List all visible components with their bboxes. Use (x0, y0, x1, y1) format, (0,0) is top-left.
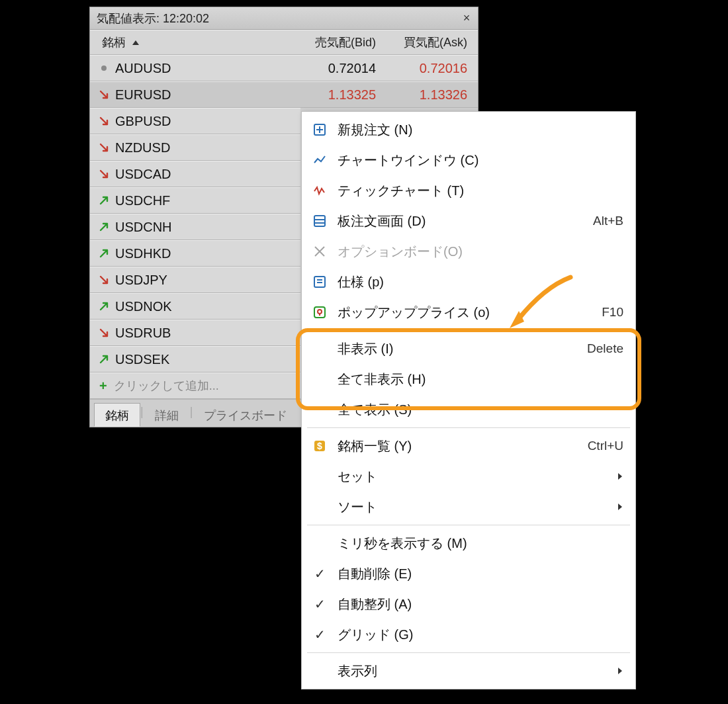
table-row[interactable]: USDCNH (90, 214, 300, 240)
menu-item-label: 表示列 (338, 662, 617, 680)
menu-item[interactable]: ✓自動整列 (A) (302, 589, 635, 619)
menu-item[interactable]: ミリ秒を表示する (M) (302, 528, 635, 558)
arrow-down-icon (99, 143, 109, 152)
title-bar[interactable]: 気配値表示: 12:20:02 × (90, 7, 478, 30)
plus-icon: + (99, 378, 107, 394)
submenu-arrow-icon (617, 469, 623, 484)
arrow-down-icon (99, 328, 109, 337)
menu-item-label: ミリ秒を表示する (M) (338, 535, 623, 552)
menu-item[interactable]: 表示列 (302, 656, 635, 686)
menu-item[interactable]: 全て表示 (S) (302, 394, 635, 425)
table-row[interactable]: EURUSD1.133251.13326 (90, 81, 478, 108)
sort-ascending-icon (132, 40, 139, 45)
table-row[interactable]: AUDUSD0.720140.72016 (90, 55, 478, 81)
table-row[interactable]: USDRUB (90, 320, 300, 346)
col-ask-label: 買気配(Ask) (384, 34, 478, 50)
menu-item[interactable]: ソート (302, 492, 635, 522)
popup-icon (311, 304, 328, 321)
menu-item[interactable]: 全て非表示 (H) (302, 364, 635, 394)
symbol-name: AUDUSD (115, 61, 171, 76)
bid-price: 0.72014 (289, 61, 384, 76)
accelerator-label: Ctrl+U (588, 439, 623, 453)
accelerator-label: F10 (602, 305, 623, 320)
arrow-down-icon (99, 275, 109, 285)
table-row[interactable]: NZDUSD (90, 134, 300, 161)
menu-item[interactable]: ✓自動削除 (E) (302, 558, 635, 589)
table-row[interactable]: USDCAD (90, 161, 300, 187)
accelerator-label: Delete (587, 341, 623, 356)
menu-separator (307, 652, 630, 653)
menu-item[interactable]: ポップアッププライス (o)F10 (302, 297, 635, 328)
arrow-up-icon (99, 249, 109, 258)
symbol-name: USDJPY (115, 273, 167, 288)
menu-item[interactable]: 仕様 (p) (302, 267, 635, 297)
menu-item[interactable]: セット (302, 461, 635, 492)
col-symbol-label: 銘柄 (102, 34, 126, 50)
table-row[interactable]: USDNOK (90, 293, 300, 320)
menu-item: オプションボード(O) (302, 236, 635, 267)
menu-item-label: 自動削除 (E) (338, 565, 623, 583)
menu-item-label: グリッド (G) (338, 626, 623, 644)
menu-item-label: オプションボード(O) (338, 243, 623, 261)
symbol-name: USDNOK (115, 299, 172, 314)
depth-icon (311, 212, 328, 230)
arrow-down-icon (99, 169, 109, 179)
spec-icon (311, 273, 328, 290)
symbol-name: USDSEK (115, 352, 169, 367)
new-order-icon (311, 121, 328, 138)
arrow-up-icon (99, 222, 109, 232)
context-menu: 新規注文 (N)チャートウインドウ (C)ティックチャート (T)板注文画面 (… (301, 111, 636, 689)
arrow-up-icon (99, 302, 109, 311)
menu-item-label: 非表示 (I) (338, 340, 587, 358)
tab-priceboard[interactable]: プライスボード (193, 403, 298, 427)
menu-item[interactable]: 板注文画面 (D)Alt+B (302, 206, 635, 236)
ask-price: 0.72016 (384, 61, 478, 76)
menu-item-label: 全て非表示 (H) (338, 371, 623, 388)
col-bid-label: 売気配(Bid) (289, 34, 384, 50)
svg-text:$: $ (317, 441, 322, 451)
menu-separator (307, 525, 630, 525)
column-header-row[interactable]: 銘柄 売気配(Bid) 買気配(Ask) (90, 30, 478, 55)
menu-item[interactable]: 新規注文 (N) (302, 114, 635, 145)
accelerator-label: Alt+B (593, 214, 623, 228)
menu-item-label: チャートウインドウ (C) (338, 152, 623, 169)
menu-separator (307, 330, 630, 331)
close-icon[interactable]: × (459, 11, 474, 26)
add-symbol-label: クリックして追加... (114, 378, 219, 394)
title-text: 気配値表示: 12:20:02 (97, 11, 209, 26)
symbol-name: USDCNH (115, 220, 172, 235)
check-icon: ✓ (311, 627, 328, 642)
arrow-up-icon (99, 196, 109, 205)
table-row[interactable]: USDCHF (90, 187, 300, 214)
tick-icon (311, 182, 328, 199)
arrow-up-icon (99, 355, 109, 364)
table-row[interactable]: USDSEK (90, 346, 300, 373)
menu-item[interactable]: ティックチャート (T) (302, 175, 635, 206)
submenu-arrow-icon (617, 500, 623, 515)
ask-price: 1.13326 (384, 87, 478, 103)
menu-item-label: 仕様 (p) (338, 273, 623, 291)
symbol-name: USDCAD (115, 167, 171, 182)
table-row[interactable]: GBPUSD (90, 108, 300, 134)
symbols-icon: $ (311, 437, 328, 455)
option-icon (311, 243, 328, 260)
table-row[interactable]: USDHKD (90, 240, 300, 267)
menu-item-label: 新規注文 (N) (338, 121, 623, 139)
symbol-name: USDHKD (115, 246, 171, 261)
menu-item-label: 自動整列 (A) (338, 595, 623, 613)
menu-item[interactable]: $銘柄一覧 (Y)Ctrl+U (302, 431, 635, 461)
menu-item-label: ティックチャート (T) (338, 182, 623, 200)
menu-item[interactable]: チャートウインドウ (C) (302, 145, 635, 175)
symbol-name: USDRUB (115, 326, 171, 341)
menu-item-label: 銘柄一覧 (Y) (338, 437, 588, 455)
bid-price: 1.13325 (289, 87, 384, 103)
bottom-tabs: 銘柄 | 詳細 | プライスボード (90, 399, 302, 427)
menu-item-label: ソート (338, 498, 617, 516)
add-symbol-row[interactable]: + クリックして追加... (90, 373, 300, 399)
table-row[interactable]: USDJPY (90, 267, 300, 293)
tab-details[interactable]: 詳細 (144, 403, 190, 427)
menu-item[interactable]: ✓グリッド (G) (302, 619, 635, 650)
arrow-down-icon (99, 90, 109, 99)
tab-symbols[interactable]: 銘柄 (94, 403, 140, 427)
menu-item[interactable]: 非表示 (I)Delete (302, 333, 635, 364)
